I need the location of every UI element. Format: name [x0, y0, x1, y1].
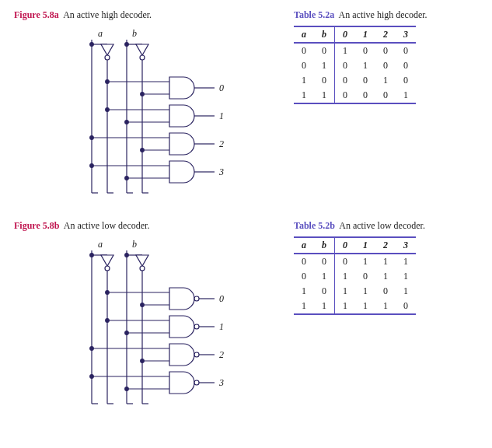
truth-table-b: a b 0 1 2 3 00 0111 01 1011 — [294, 236, 416, 315]
svg-point-22 — [141, 93, 145, 96]
th-a: a — [294, 26, 314, 43]
figure-a-id: Figure 5.8a — [14, 9, 59, 20]
th-0: 0 — [335, 237, 356, 254]
figure-b-text: An active low decoder. — [64, 220, 150, 231]
svg-marker-14 — [136, 44, 148, 55]
page: Figure 5.8a An active high decoder. a b — [0, 0, 492, 448]
svg-point-79 — [125, 387, 129, 391]
table-row: 11 1110 — [294, 299, 416, 314]
svg-point-67 — [125, 331, 129, 335]
svg-point-71 — [90, 347, 94, 351]
table-row: 10 0010 — [294, 73, 416, 88]
svg-point-17 — [125, 43, 129, 47]
decoder-low-diagram: a b 0 1 — [14, 236, 247, 415]
table-b-block: Table 5.2b An active low decoder. a b 0 … — [294, 220, 465, 415]
svg-point-10 — [105, 55, 110, 60]
output-2-label: 2 — [219, 138, 224, 149]
row-bottom: Figure 5.8b An active low decoder. a b 0 — [14, 220, 478, 415]
svg-point-53 — [140, 266, 145, 271]
input-a-label: a — [98, 28, 103, 39]
th-b: b — [314, 237, 335, 254]
svg-point-73 — [141, 359, 145, 363]
table-b-text: An active low decoder. — [339, 220, 425, 231]
th-3: 3 — [396, 237, 416, 254]
table-row: 10 1101 — [294, 284, 416, 299]
table-b-caption: Table 5.2b An active low decoder. — [294, 220, 465, 232]
output-0-label: 0 — [219, 82, 224, 93]
th-1: 1 — [355, 26, 375, 43]
th-1: 1 — [355, 237, 375, 254]
svg-point-77 — [90, 375, 94, 379]
svg-point-15 — [140, 55, 145, 60]
svg-point-74 — [194, 380, 199, 385]
svg-point-55 — [125, 254, 129, 257]
svg-point-59 — [106, 291, 110, 295]
table-row: 01 0100 — [294, 58, 416, 73]
svg-point-27 — [125, 121, 129, 124]
table-a-text: An active high decoder. — [339, 9, 427, 20]
svg-point-32 — [141, 149, 145, 152]
table-a-block: Table 5.2a An active high decoder. a b 0… — [294, 9, 465, 205]
output-2-label: 2 — [219, 349, 224, 360]
output-3-label: 3 — [218, 377, 224, 388]
output-1-label: 1 — [219, 110, 224, 121]
th-a: a — [294, 237, 314, 254]
th-0: 0 — [335, 26, 356, 43]
table-a-id: Table 5.2a — [294, 9, 334, 20]
svg-point-61 — [141, 303, 145, 307]
table-row: 00 1000 — [294, 43, 416, 58]
svg-point-50 — [90, 254, 94, 257]
svg-point-62 — [194, 324, 199, 329]
svg-marker-52 — [136, 255, 148, 266]
svg-point-56 — [194, 296, 199, 301]
svg-point-37 — [125, 177, 129, 180]
table-row: 01 1011 — [294, 269, 416, 284]
input-b-label: b — [132, 239, 137, 250]
figure-a-text: An active high decoder. — [63, 9, 152, 20]
output-1-label: 1 — [219, 321, 224, 332]
th-2: 2 — [375, 237, 396, 254]
table-row: 00 0111 — [294, 254, 416, 269]
svg-point-20 — [106, 80, 110, 84]
figure-a-block: Figure 5.8a An active high decoder. a b — [14, 9, 263, 205]
svg-marker-47 — [101, 255, 113, 266]
input-a-label: a — [98, 239, 103, 250]
svg-point-68 — [194, 352, 199, 357]
table-a-caption: Table 5.2a An active high decoder. — [294, 9, 465, 21]
figure-b-id: Figure 5.8b — [14, 220, 59, 231]
decoder-high-diagram: a b — [14, 26, 247, 205]
figure-a-caption: Figure 5.8a An active high decoder. — [14, 9, 263, 21]
figure-b-block: Figure 5.8b An active low decoder. a b 0 — [14, 220, 263, 415]
svg-point-30 — [90, 136, 94, 140]
input-b-label: b — [132, 28, 137, 39]
svg-point-35 — [90, 164, 94, 168]
svg-point-65 — [106, 319, 110, 323]
svg-point-25 — [106, 108, 110, 112]
output-3-label: 3 — [218, 166, 224, 177]
truth-table-a: a b 0 1 2 3 00 1000 01 0100 — [294, 26, 416, 104]
th-2: 2 — [375, 26, 396, 43]
th-3: 3 — [396, 26, 416, 43]
figure-b-caption: Figure 5.8b An active low decoder. — [14, 220, 263, 232]
svg-point-48 — [105, 266, 110, 271]
row-top: Figure 5.8a An active high decoder. a b — [14, 9, 478, 205]
table-b-id: Table 5.2b — [294, 220, 335, 231]
table-row: 11 0001 — [294, 88, 416, 103]
svg-point-12 — [90, 43, 94, 47]
svg-marker-9 — [101, 44, 113, 55]
th-b: b — [314, 26, 335, 43]
output-0-label: 0 — [219, 293, 224, 304]
